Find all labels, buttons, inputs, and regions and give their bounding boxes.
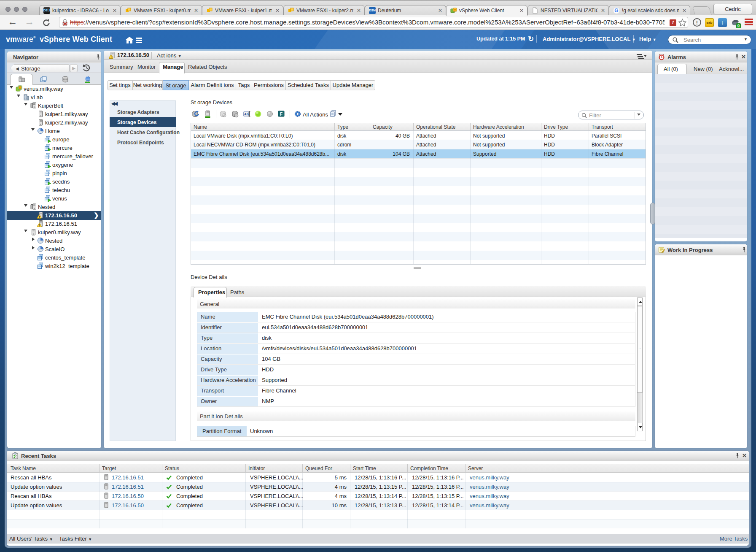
svg-text:Ab: Ab — [244, 112, 249, 116]
svg-text:F: F — [280, 112, 282, 116]
svg-text:G: G — [614, 8, 618, 14]
